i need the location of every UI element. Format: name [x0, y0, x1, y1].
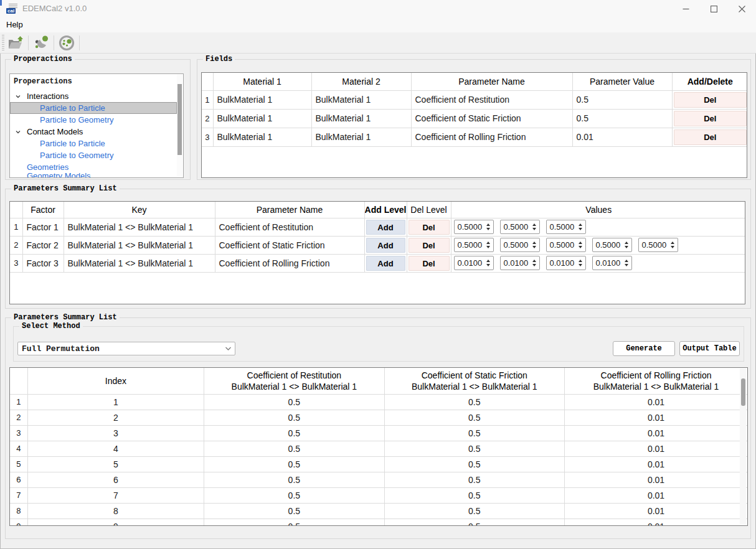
- tree-item-label: Geometries: [27, 161, 69, 173]
- value-spinbox[interactable]: 0.5000: [454, 238, 494, 252]
- fields-row: 2 BulkMaterial 1 BulkMaterial 1 Coeffici…: [202, 109, 747, 128]
- col-header-factor: Factor: [22, 202, 64, 218]
- menu-help[interactable]: Help: [1, 17, 28, 32]
- del-row-button[interactable]: Del: [674, 92, 747, 108]
- value-spinbox[interactable]: 0.5000: [546, 238, 586, 252]
- spinbox-arrows-icon[interactable]: [576, 238, 585, 251]
- chevron-down-icon[interactable]: [15, 93, 22, 100]
- tree-item-geometry-models[interactable]: Geometry Models: [10, 173, 177, 178]
- value-spinbox[interactable]: 0.5000: [546, 220, 586, 234]
- spinbox-arrows-icon[interactable]: [622, 238, 631, 251]
- generated-row: 9 9 0.5 0.5 0.01: [10, 518, 747, 526]
- index-cell: 9: [27, 518, 204, 526]
- del-row-button[interactable]: Del: [674, 111, 747, 126]
- generated-row: 2 2 0.5 0.5 0.01: [10, 410, 747, 425]
- value-spinbox[interactable]: 0.5000: [638, 238, 678, 252]
- value-spinbox[interactable]: 0.5000: [500, 220, 540, 234]
- value-spinbox[interactable]: 0.0100: [592, 256, 632, 270]
- method-combobox[interactable]: Full Permutation: [17, 342, 235, 355]
- tree-item-label: Particle to Particle: [40, 102, 105, 114]
- properactions-group: Properactions Properactions Interactions…: [5, 59, 191, 180]
- toolbar-drag-handle[interactable]: [2, 35, 4, 51]
- spinbox-arrows-icon[interactable]: [576, 220, 585, 233]
- spinbox-arrows-icon[interactable]: [530, 256, 539, 270]
- restitution-cell: 0.5: [204, 425, 384, 441]
- tree-item-interactions[interactable]: Interactions: [10, 90, 177, 102]
- generated-table-scrollbar-thumb[interactable]: [741, 378, 745, 406]
- index-cell: 6: [27, 472, 204, 487]
- row-number: 6: [10, 472, 27, 487]
- del-row-button[interactable]: Del: [674, 129, 747, 145]
- select-method-title: Select Method: [19, 322, 83, 331]
- tree-item-geometries[interactable]: Geometries: [10, 161, 177, 173]
- row-number: 4: [10, 441, 27, 456]
- fields-group-title: Fields: [203, 55, 235, 63]
- add-level-button[interactable]: Add: [366, 220, 405, 235]
- del-level-button[interactable]: Del: [409, 238, 450, 253]
- restitution-cell: 0.5: [204, 518, 384, 526]
- rolling-friction-cell: 0.01: [565, 472, 748, 487]
- rolling-friction-cell: 0.01: [565, 410, 748, 425]
- parameter-name-cell: Coefficient of Restitution: [215, 218, 364, 236]
- row-number: 2: [202, 109, 213, 128]
- rolling-friction-cell: 0.01: [565, 503, 748, 518]
- spinbox-arrows-icon[interactable]: [530, 238, 539, 251]
- row-number: 2: [10, 410, 27, 425]
- open-project-button[interactable]: [6, 34, 26, 52]
- maximize-button[interactable]: [700, 0, 728, 17]
- tree-item-particle-to-geometry-cm[interactable]: Particle to Geometry: [10, 149, 177, 161]
- corner-header: [10, 202, 22, 218]
- spinbox-arrows-icon[interactable]: [622, 256, 631, 270]
- window-title: EDEMCal2 v1.0.0: [22, 0, 87, 17]
- tree-item-particle-to-particle[interactable]: Particle to Particle: [10, 102, 177, 114]
- value-spinbox[interactable]: 0.5000: [500, 238, 540, 252]
- spinbox-arrows-icon[interactable]: [668, 238, 678, 251]
- tree-item-label: Geometry Models: [27, 173, 91, 178]
- value-spinbox[interactable]: 0.0100: [546, 256, 586, 270]
- row-number: 1: [10, 394, 27, 410]
- minimize-button[interactable]: [672, 0, 700, 17]
- add-level-button[interactable]: Add: [366, 256, 405, 271]
- generated-table-scrollbar[interactable]: [740, 368, 746, 525]
- del-level-button[interactable]: Del: [409, 220, 450, 235]
- spinbox-arrows-icon[interactable]: [530, 220, 539, 233]
- rolling-friction-cell: 0.01: [565, 456, 748, 472]
- material2-cell: BulkMaterial 1: [311, 109, 411, 128]
- value-spinbox[interactable]: 0.5000: [454, 220, 494, 234]
- corner-header: [10, 368, 27, 394]
- col-header-rolling-friction: Coefficient of Rolling FrictionBulkMater…: [565, 368, 748, 394]
- fields-row: 1 BulkMaterial 1 BulkMaterial 1 Coeffici…: [202, 90, 747, 109]
- tree-item-contact-models[interactable]: Contact Models: [10, 126, 177, 138]
- particle-tool-button[interactable]: [31, 34, 51, 52]
- fields-row: 3 BulkMaterial 1 BulkMaterial 1 Coeffici…: [202, 128, 747, 146]
- spinbox-arrows-icon[interactable]: [484, 256, 493, 270]
- value-spinbox[interactable]: 0.5000: [592, 238, 632, 252]
- toolbar-separator: [54, 35, 54, 50]
- spinbox-arrows-icon[interactable]: [576, 256, 585, 270]
- tree-item-particle-to-geometry[interactable]: Particle to Geometry: [10, 114, 177, 126]
- toolbar-separator: [28, 35, 29, 50]
- value-spinbox[interactable]: 0.0100: [454, 256, 494, 270]
- summary-row: 1 Factor 1 BulkMaterial 1 <> BulkMateria…: [10, 218, 745, 236]
- material2-cell: BulkMaterial 1: [311, 128, 411, 146]
- generated-row: 3 3 0.5 0.5 0.01: [10, 425, 747, 441]
- spinbox-arrows-icon[interactable]: [484, 220, 493, 233]
- fields-table: Material 1 Material 2 Parameter Name Par…: [201, 72, 747, 178]
- tree-scrollbar[interactable]: [177, 75, 182, 177]
- material1-cell: BulkMaterial 1: [213, 109, 311, 128]
- output-table-button[interactable]: Output Table: [679, 341, 740, 356]
- tree-item-label: Interactions: [27, 90, 69, 102]
- value-spinbox[interactable]: 0.0100: [500, 256, 540, 270]
- parameter-value-cell: 0.01: [572, 128, 672, 146]
- generate-button[interactable]: Generate: [613, 341, 675, 356]
- tree-scrollbar-thumb[interactable]: [177, 84, 182, 155]
- close-button[interactable]: [728, 0, 756, 17]
- chevron-down-icon[interactable]: [15, 129, 22, 135]
- tree-item-particle-to-particle-cm[interactable]: Particle to Particle: [10, 138, 177, 149]
- del-level-button[interactable]: Del: [409, 256, 450, 271]
- spinbox-arrows-icon[interactable]: [484, 238, 493, 251]
- add-level-button[interactable]: Add: [366, 238, 405, 253]
- particle-dish-button[interactable]: [57, 34, 77, 52]
- col-header-add-level: Add Level: [364, 202, 407, 218]
- tree-item-label: Contact Models: [27, 126, 83, 138]
